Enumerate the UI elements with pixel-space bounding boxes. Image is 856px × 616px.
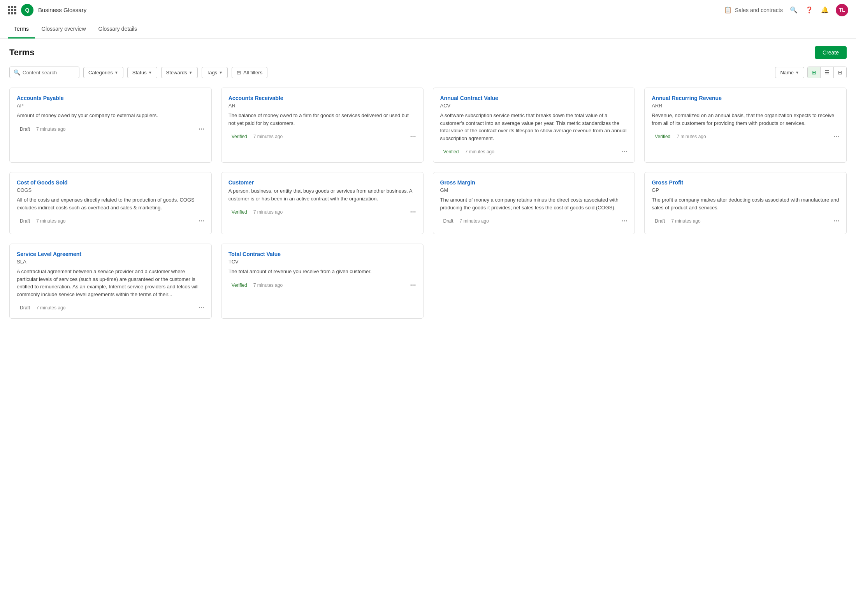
status-badge: Draft: [440, 218, 457, 225]
term-footer: Draft 7 minutes ago ···: [17, 304, 204, 311]
term-abbr: AR: [229, 103, 416, 109]
list-view-button[interactable]: ☰: [821, 67, 834, 78]
categories-filter[interactable]: Categories ▼: [83, 67, 123, 78]
user-avatar[interactable]: TL: [836, 4, 848, 16]
grid-view-button[interactable]: ⊞: [808, 67, 821, 78]
term-title[interactable]: Accounts Payable: [17, 95, 204, 101]
term-description: The balance of money owed to a firm for …: [229, 112, 416, 127]
term-menu-button[interactable]: ···: [199, 304, 204, 311]
term-title[interactable]: Customer: [229, 179, 416, 186]
stewards-filter[interactable]: Stewards ▼: [161, 67, 198, 78]
term-card: Gross Margin GM The amount of money a co…: [433, 172, 635, 234]
top-nav: Q Business Glossary 📋 Sales and contract…: [0, 0, 856, 20]
term-card: Gross Profit GP The profit a company mak…: [644, 172, 847, 234]
sort-button[interactable]: Name ▼: [775, 67, 804, 78]
term-description: Revenue, normalized on an annual basis, …: [652, 112, 839, 127]
term-description: A person, business, or entity that buys …: [229, 187, 416, 202]
term-title[interactable]: Service Level Agreement: [17, 251, 204, 257]
term-description: A software subscription service metric t…: [440, 112, 628, 142]
term-title[interactable]: Total Contract Value: [229, 251, 416, 257]
filters-right: Name ▼ ⊞ ☰ ⊟: [775, 67, 847, 78]
term-title[interactable]: Cost of Goods Sold: [17, 179, 204, 186]
tab-glossary-overview[interactable]: Glossary overview: [35, 20, 92, 39]
all-filters-button[interactable]: ⊟ All filters: [232, 67, 267, 78]
term-title[interactable]: Gross Profit: [652, 179, 839, 186]
tags-filter[interactable]: Tags ▼: [202, 67, 228, 78]
term-footer: Verified 7 minutes ago ···: [229, 133, 416, 140]
term-time: 7 minutes ago: [671, 218, 700, 224]
term-abbr: SLA: [17, 259, 204, 265]
term-title[interactable]: Annual Contract Value: [440, 95, 628, 101]
term-footer: Draft 7 minutes ago ···: [17, 126, 204, 133]
notifications-icon[interactable]: 🔔: [820, 5, 830, 15]
nav-left: Q Business Glossary: [8, 4, 718, 16]
tab-glossary-details[interactable]: Glossary details: [92, 20, 144, 39]
term-menu-button[interactable]: ···: [410, 133, 416, 140]
term-time: 7 minutes ago: [36, 218, 65, 224]
term-description: The total amount of revenue you receive …: [229, 268, 416, 276]
search-nav-icon[interactable]: 🔍: [789, 5, 798, 15]
status-filter[interactable]: Status ▼: [127, 67, 157, 78]
term-footer: Draft 7 minutes ago ···: [17, 218, 204, 225]
term-time: 7 minutes ago: [253, 134, 283, 139]
term-title[interactable]: Accounts Receivable: [229, 95, 416, 101]
terms-grid: Accounts Payable AP Amount of money owed…: [9, 88, 847, 319]
term-abbr: AP: [17, 103, 204, 109]
term-menu-button[interactable]: ···: [199, 218, 204, 225]
term-time: 7 minutes ago: [36, 305, 65, 311]
term-abbr: ARR: [652, 103, 839, 109]
term-abbr: ACV: [440, 103, 628, 109]
apps-grid-icon[interactable]: [8, 6, 16, 14]
tab-bar: Terms Glossary overview Glossary details: [0, 20, 856, 39]
term-card: Accounts Receivable AR The balance of mo…: [221, 88, 424, 163]
status-badge: Draft: [17, 218, 33, 225]
help-icon[interactable]: ❓: [805, 5, 814, 15]
status-badge: Verified: [229, 209, 250, 216]
term-menu-button[interactable]: ···: [622, 218, 627, 225]
qlik-logo[interactable]: Q: [21, 4, 33, 16]
sort-chevron: ▼: [795, 70, 799, 75]
term-description: A contractual agreement between a servic…: [17, 268, 204, 298]
term-menu-button[interactable]: ···: [833, 218, 839, 225]
tags-chevron: ▼: [219, 70, 223, 75]
term-menu-button[interactable]: ···: [410, 282, 416, 289]
term-title[interactable]: Annual Recurring Revenue: [652, 95, 839, 101]
term-card: Accounts Payable AP Amount of money owed…: [9, 88, 212, 163]
search-icon: 🔍: [14, 69, 20, 75]
term-time: 7 minutes ago: [36, 126, 65, 132]
term-footer: Verified 7 minutes ago ···: [440, 148, 628, 155]
search-box[interactable]: 🔍: [9, 67, 79, 78]
term-abbr: TCV: [229, 259, 416, 265]
term-time: 7 minutes ago: [253, 209, 283, 215]
term-menu-button[interactable]: ···: [410, 209, 416, 216]
status-badge: Verified: [229, 133, 250, 140]
tab-terms[interactable]: Terms: [8, 20, 35, 39]
term-description: All of the costs and expenses directly r…: [17, 196, 204, 211]
term-description: The profit a company makes after deducti…: [652, 196, 839, 211]
term-menu-button[interactable]: ···: [199, 126, 204, 133]
search-input[interactable]: [23, 70, 75, 75]
view-toggle: ⊞ ☰ ⊟: [807, 67, 847, 78]
term-title[interactable]: Gross Margin: [440, 179, 628, 186]
create-button[interactable]: Create: [815, 46, 847, 59]
status-badge: Draft: [652, 218, 668, 225]
term-footer: Draft 7 minutes ago ···: [652, 218, 839, 225]
term-time: 7 minutes ago: [253, 283, 283, 288]
stewards-chevron: ▼: [189, 70, 193, 75]
term-card: Annual Contract Value ACV A software sub…: [433, 88, 635, 163]
nav-center: 📋 Sales and contracts: [724, 6, 783, 14]
page-title: Terms: [9, 47, 34, 58]
term-menu-button[interactable]: ···: [622, 148, 627, 155]
term-menu-button[interactable]: ···: [833, 133, 839, 140]
term-description: The amount of money a company retains mi…: [440, 196, 628, 211]
term-card: Service Level Agreement SLA A contractua…: [9, 244, 212, 319]
status-chevron: ▼: [148, 70, 152, 75]
term-time: 7 minutes ago: [460, 218, 489, 224]
categories-chevron: ▼: [114, 70, 118, 75]
term-card: Customer A person, business, or entity t…: [221, 172, 424, 234]
filters-row: 🔍 Categories ▼ Status ▼ Stewards ▼ Tags …: [9, 67, 847, 78]
detail-view-button[interactable]: ⊟: [834, 67, 846, 78]
status-badge: Verified: [440, 148, 462, 155]
nav-right: 🔍 ❓ 🔔 TL: [789, 4, 848, 16]
content-area: Terms Create 🔍 Categories ▼ Status ▼ Ste…: [0, 39, 856, 616]
